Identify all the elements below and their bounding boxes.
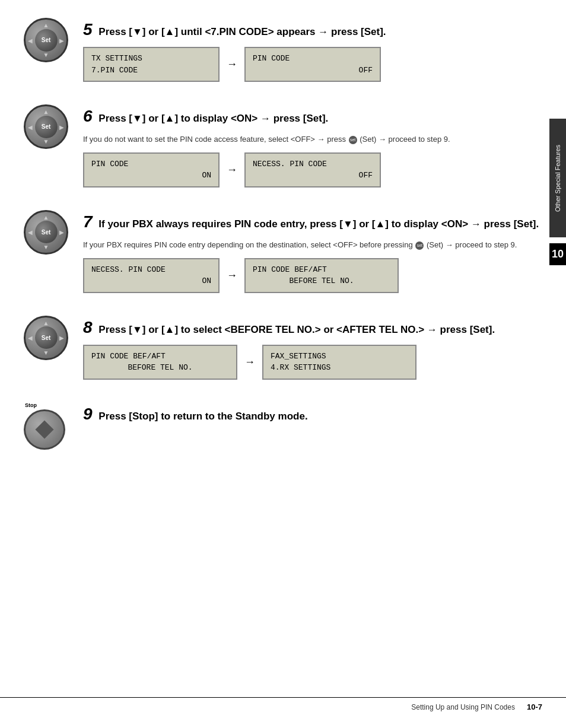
lcd-line-4: OFF [253, 65, 373, 77]
lcd-line-13: PIN CODE BEF/AFT [91, 351, 229, 363]
set-button-6[interactable]: ▲ ▼ ◀ ▶ Set [24, 104, 68, 149]
arrow-icon-5: → [227, 58, 237, 71]
step-5-lcd-right: PIN CODE OFF [244, 47, 381, 82]
arrow-up-icon-6: ▲ [43, 109, 49, 115]
arrow-right-icon-6: ▶ [59, 123, 64, 130]
step-5-icon: ▲ ▼ ◀ ▶ Set [24, 18, 71, 62]
step-7-lcd-left: NECESS. PIN CODE ON [83, 258, 220, 293]
step-8: ▲ ▼ ◀ ▶ Set 8 Press [▼] or [▲] to select… [24, 316, 542, 384]
side-tab-text: Other Special Features [554, 144, 561, 211]
lcd-line-9: NECESS. PIN CODE [91, 264, 211, 276]
step-8-lcd-row: PIN CODE BEF/AFT BEFORE TEL NO. → FAX_SE… [83, 345, 542, 380]
step-6-title: 6 Press [▼] or [▲] to display <ON> → pre… [83, 104, 542, 128]
side-tab: Other Special Features [549, 119, 566, 237]
arrow-up-icon: ▲ [43, 22, 49, 28]
arrow-icon-7: → [227, 269, 237, 282]
step-7-desc: If your PBX requires PIN code entry depe… [83, 239, 542, 251]
set-button-5[interactable]: ▲ ▼ ◀ ▶ Set [24, 18, 68, 62]
step-6-lcd-right: NECESS. PIN CODE OFF [244, 152, 381, 187]
step-9-icon: Stop [24, 402, 71, 450]
step-9-title: 9 Press [Stop] to return to the Standby … [83, 402, 542, 425]
step-6-lcd-left: PIN CODE ON [83, 152, 220, 187]
step-9: Stop 9 Press [Stop] to return to the Sta… [24, 402, 542, 450]
button-arrows-6: ▲ ▼ ◀ ▶ [26, 106, 66, 147]
arrow-right-icon: ▶ [59, 37, 64, 43]
lcd-line-8: OFF [253, 170, 373, 182]
lcd-line-3: PIN CODE [253, 53, 373, 65]
set-button-8[interactable]: ▲ ▼ ◀ ▶ Set [24, 316, 68, 360]
lcd-line-11: PIN CODE BEF/AFT [253, 264, 390, 276]
lcd-line-10: ON [91, 275, 211, 287]
step-8-lcd-right: FAX_SETTINGS 4.RX SETTINGS [262, 345, 416, 380]
inline-set-icon-7: set [415, 241, 424, 250]
step-7-title: 7 If your PBX always requires PIN code e… [83, 210, 542, 233]
arrow-icon-6: → [227, 164, 237, 176]
step-number-9: 9 [83, 405, 93, 423]
step-6: ▲ ▼ ◀ ▶ Set 6 Press [▼] or [▲] to displa… [24, 104, 542, 192]
set-button-7[interactable]: ▲ ▼ ◀ ▶ Set [24, 210, 68, 255]
arrow-right-icon-7: ▶ [59, 229, 64, 236]
stop-button[interactable] [24, 409, 65, 450]
step-7-content: 7 If your PBX always requires PIN code e… [83, 210, 542, 298]
lcd-line-16: 4.RX SETTINGS [271, 362, 408, 374]
arrow-down-icon-6: ▼ [43, 138, 49, 145]
step-7-icon: ▲ ▼ ◀ ▶ Set [24, 210, 71, 255]
lcd-line-1: TX SETTINGS [91, 53, 211, 65]
footer: Setting Up and Using PIN Codes 10-7 [0, 697, 566, 716]
arrow-up-icon-8: ▲ [43, 320, 49, 326]
step-8-content: 8 Press [▼] or [▲] to select <BEFORE TEL… [83, 316, 542, 384]
step-5-content: 5 Press [▼] or [▲] until <7.PIN CODE> ap… [83, 18, 542, 87]
lcd-line-12: BEFORE TEL NO. [253, 275, 390, 287]
lcd-line-15: FAX_SETTINGS [271, 351, 408, 363]
lcd-line-6: ON [91, 170, 211, 182]
arrow-icon-8: → [244, 356, 255, 368]
step-6-icon: ▲ ▼ ◀ ▶ Set [24, 104, 71, 149]
step-5-lcd-left: TX SETTINGS 7.PIN CODE [83, 47, 220, 82]
stop-button-container: Stop [24, 402, 71, 450]
step-number-6: 6 [83, 107, 93, 125]
lcd-line-7: NECESS. PIN CODE [253, 158, 373, 170]
step-7-lcd-right: PIN CODE BEF/AFT BEFORE TEL NO. [244, 258, 399, 293]
lcd-line-2: 7.PIN CODE [91, 65, 211, 77]
button-arrows-8: ▲ ▼ ◀ ▶ [26, 317, 66, 358]
step-7-lcd-row: NECESS. PIN CODE ON → PIN CODE BEF/AFT B… [83, 258, 542, 293]
button-arrows-7: ▲ ▼ ◀ ▶ [26, 212, 66, 253]
step-number-7: 7 [83, 212, 93, 231]
arrow-down-icon-8: ▼ [43, 349, 49, 356]
step-8-icon: ▲ ▼ ◀ ▶ Set [24, 316, 71, 360]
step-number-8: 8 [83, 318, 93, 336]
button-arrows-5: ▲ ▼ ◀ ▶ [26, 20, 66, 61]
step-6-content: 6 Press [▼] or [▲] to display <ON> → pre… [83, 104, 542, 192]
section-number: 10 [552, 248, 564, 260]
step-number-5: 5 [83, 20, 93, 39]
stop-diamond-icon [35, 420, 53, 438]
step-9-content: 9 Press [Stop] to return to the Standby … [83, 402, 542, 431]
step-5-title: 5 Press [▼] or [▲] until <7.PIN CODE> ap… [83, 18, 542, 41]
arrow-left-icon-8: ◀ [28, 335, 33, 341]
inline-set-icon: set [349, 136, 357, 144]
step-5-lcd-row: TX SETTINGS 7.PIN CODE → PIN CODE OFF [83, 47, 542, 82]
arrow-down-icon-7: ▼ [43, 244, 49, 250]
footer-text: Setting Up and Using PIN Codes [411, 703, 515, 711]
arrow-up-icon-7: ▲ [43, 214, 49, 221]
step-8-lcd-left: PIN CODE BEF/AFT BEFORE TEL NO. [83, 345, 237, 380]
arrow-left-icon-7: ◀ [28, 229, 33, 236]
lcd-line-14: BEFORE TEL NO. [91, 362, 229, 374]
arrow-right-icon-8: ▶ [59, 335, 64, 341]
arrow-left-icon-6: ◀ [28, 123, 33, 130]
step-5: ▲ ▼ ◀ ▶ Set 5 Press [▼] or [▲] until <7.… [24, 18, 542, 87]
step-6-lcd-row: PIN CODE ON → NECESS. PIN CODE OFF [83, 152, 542, 187]
stop-label: Stop [25, 402, 37, 408]
step-6-desc: If you do not want to set the PIN code a… [83, 133, 542, 145]
arrow-down-icon: ▼ [43, 52, 49, 58]
step-8-title: 8 Press [▼] or [▲] to select <BEFORE TEL… [83, 316, 542, 339]
lcd-line-5: PIN CODE [91, 158, 211, 170]
step-7: ▲ ▼ ◀ ▶ Set 7 If your PBX always require… [24, 210, 542, 298]
page-container: Other Special Features 10 ▲ ▼ ◀ ▶ Set 5 … [0, 0, 566, 728]
arrow-left-icon: ◀ [28, 37, 33, 43]
section-number-box: 10 [549, 243, 566, 265]
footer-page: 10-7 [527, 702, 542, 711]
